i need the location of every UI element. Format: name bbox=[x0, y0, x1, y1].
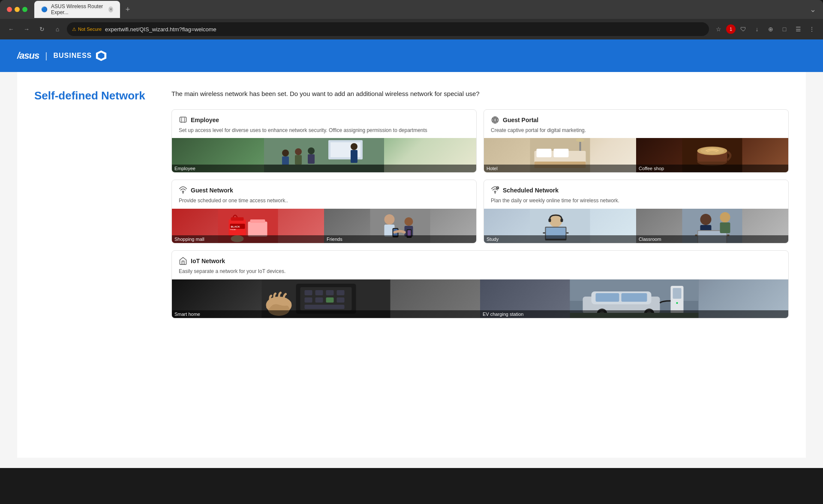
study-image-label: Study bbox=[484, 235, 636, 243]
back-button[interactable]: ← bbox=[5, 23, 17, 35]
svg-rect-13 bbox=[351, 150, 357, 163]
svg-rect-84 bbox=[622, 293, 647, 302]
scheduled-network-card[interactable]: Scheduled Network Plan the daily or week… bbox=[484, 180, 789, 243]
employee-card-images: Employee bbox=[172, 138, 476, 172]
business-label: BUSINESS bbox=[53, 52, 92, 60]
iot-network-card-title: IoT Network bbox=[191, 258, 225, 264]
question-text: The main wireless network has been set. … bbox=[171, 89, 789, 99]
svg-rect-31 bbox=[231, 217, 244, 221]
coffee-shop-image-label: Coffee shop bbox=[636, 165, 788, 172]
iot-network-card[interactable]: IoT Network Easily separate a network fo… bbox=[171, 250, 789, 318]
iot-network-card-desc: Easily separate a network for your IoT d… bbox=[172, 268, 788, 279]
svg-rect-11 bbox=[308, 154, 315, 164]
tab-close-icon[interactable]: ✕ bbox=[108, 6, 113, 12]
svg-rect-64 bbox=[720, 222, 730, 233]
svg-rect-51 bbox=[549, 219, 551, 222]
address-bar-row: ← → ↻ ⌂ ⚠ Not Secure expertwifi.net/QIS_… bbox=[0, 19, 823, 39]
home-button[interactable]: ⌂ bbox=[51, 23, 63, 35]
scheduled-network-card-desc: Plan the daily or weekly online time for… bbox=[484, 197, 788, 209]
svg-rect-68 bbox=[305, 290, 312, 295]
svg-rect-72 bbox=[305, 297, 312, 303]
left-panel: Self-defined Network bbox=[34, 89, 146, 318]
guest-portal-card-header: Guest Portal bbox=[484, 110, 788, 127]
employee-icon bbox=[179, 116, 187, 124]
employee-image-label: Employee bbox=[172, 165, 476, 172]
cards-row-3: IoT Network Easily separate a network fo… bbox=[171, 250, 789, 318]
svg-point-28 bbox=[182, 191, 183, 192]
guest-network-card[interactable]: Guest Network Provide scheduled or one t… bbox=[171, 180, 477, 243]
extension-3-button[interactable]: ↓ bbox=[751, 23, 763, 35]
svg-point-27 bbox=[700, 147, 724, 154]
svg-rect-73 bbox=[315, 297, 323, 303]
svg-rect-75 bbox=[337, 297, 345, 303]
content-area: Self-defined Network The main wireless n… bbox=[17, 72, 806, 458]
close-button[interactable] bbox=[7, 7, 12, 12]
svg-rect-90 bbox=[673, 288, 682, 299]
address-bar[interactable]: ⚠ Not Secure expertwifi.net/QIS_wizard.h… bbox=[67, 22, 709, 36]
minimize-button[interactable] bbox=[15, 7, 20, 12]
classroom-image-label: Classroom bbox=[636, 235, 788, 243]
profile-button[interactable]: ☰ bbox=[792, 23, 804, 35]
svg-rect-83 bbox=[596, 293, 619, 302]
extension-5-button[interactable]: □ bbox=[778, 23, 790, 35]
study-image-slot: Study bbox=[484, 209, 636, 243]
browser-window: 🔵 ASUS Wireless Router Exper... ✕ + ⌄ ← … bbox=[0, 0, 823, 468]
bookmark-button[interactable]: ☆ bbox=[712, 23, 724, 35]
friends-image-slot: Friends bbox=[324, 209, 476, 243]
smarthome-image-slot: Smart home bbox=[172, 279, 480, 318]
chevron-down-icon[interactable]: ⌄ bbox=[810, 5, 816, 14]
scheduled-network-icon bbox=[491, 186, 499, 195]
iot-network-card-images: Smart home bbox=[172, 279, 788, 318]
business-logo-icon bbox=[95, 50, 107, 62]
guest-network-card-header: Guest Network bbox=[172, 180, 476, 197]
svg-point-47 bbox=[494, 191, 496, 192]
guest-portal-icon bbox=[491, 116, 499, 124]
classroom-image-slot: Classroom bbox=[636, 209, 788, 243]
svg-rect-74 bbox=[326, 297, 334, 303]
svg-point-6 bbox=[282, 150, 289, 156]
hexagon-icon bbox=[95, 50, 107, 62]
cards-grid: Employee Set up access level for diverse… bbox=[171, 109, 789, 318]
forward-button[interactable]: → bbox=[21, 23, 33, 35]
svg-point-91 bbox=[676, 302, 678, 304]
tab-bar: 🔵 ASUS Wireless Router Exper... ✕ + bbox=[34, 1, 134, 18]
svg-rect-33 bbox=[248, 222, 267, 237]
guest-network-card-images: BLACK FRIDAY Shopping mall bbox=[172, 209, 476, 243]
svg-rect-7 bbox=[282, 156, 289, 165]
svg-rect-76 bbox=[305, 305, 345, 309]
new-tab-button[interactable]: + bbox=[122, 3, 134, 15]
scheduled-network-card-header: Scheduled Network bbox=[484, 180, 788, 197]
tab-title: ASUS Wireless Router Exper... bbox=[51, 3, 105, 15]
svg-rect-52 bbox=[561, 219, 563, 222]
svg-point-63 bbox=[720, 212, 730, 222]
iot-network-icon bbox=[179, 257, 187, 265]
guest-network-card-desc: Provide scheduled or one time access net… bbox=[172, 197, 476, 209]
svg-point-22 bbox=[576, 138, 585, 142]
scheduled-network-card-images: Study bbox=[484, 209, 788, 243]
shopping-mall-image-label: Shopping mall bbox=[172, 235, 324, 243]
active-tab[interactable]: 🔵 ASUS Wireless Router Exper... ✕ bbox=[34, 1, 120, 18]
reload-button[interactable]: ↻ bbox=[36, 23, 48, 35]
svg-rect-18 bbox=[537, 149, 552, 157]
extension-2-button[interactable]: 🛡 bbox=[737, 23, 749, 35]
svg-point-39 bbox=[384, 214, 395, 225]
svg-point-43 bbox=[405, 217, 413, 226]
warning-icon: ⚠ bbox=[72, 27, 76, 32]
extension-1-button[interactable]: 1 bbox=[726, 24, 736, 34]
svg-rect-19 bbox=[554, 149, 569, 157]
page-wrapper: /asus | BUSINESS Self-defined Network bbox=[0, 39, 823, 468]
hotel-image-label: Hotel bbox=[484, 165, 636, 172]
svg-point-58 bbox=[700, 214, 712, 225]
employee-card-title: Employee bbox=[191, 117, 219, 123]
employee-card[interactable]: Employee Set up access level for diverse… bbox=[171, 109, 477, 173]
guest-portal-card[interactable]: Guest Portal Create captive portal for d… bbox=[484, 109, 789, 173]
svg-text:FRIDAY: FRIDAY bbox=[230, 228, 237, 231]
menu-button[interactable]: ⋮ bbox=[806, 23, 818, 35]
fullscreen-button[interactable] bbox=[22, 7, 27, 12]
svg-point-8 bbox=[295, 148, 302, 155]
ev-charging-station-image-label: EV charging station bbox=[480, 310, 788, 318]
security-badge: ⚠ Not Secure bbox=[72, 27, 102, 32]
coffee-image-slot: Coffee shop bbox=[636, 138, 788, 172]
extension-4-button[interactable]: ⊕ bbox=[765, 23, 777, 35]
header-bar: /asus | BUSINESS bbox=[0, 39, 823, 72]
